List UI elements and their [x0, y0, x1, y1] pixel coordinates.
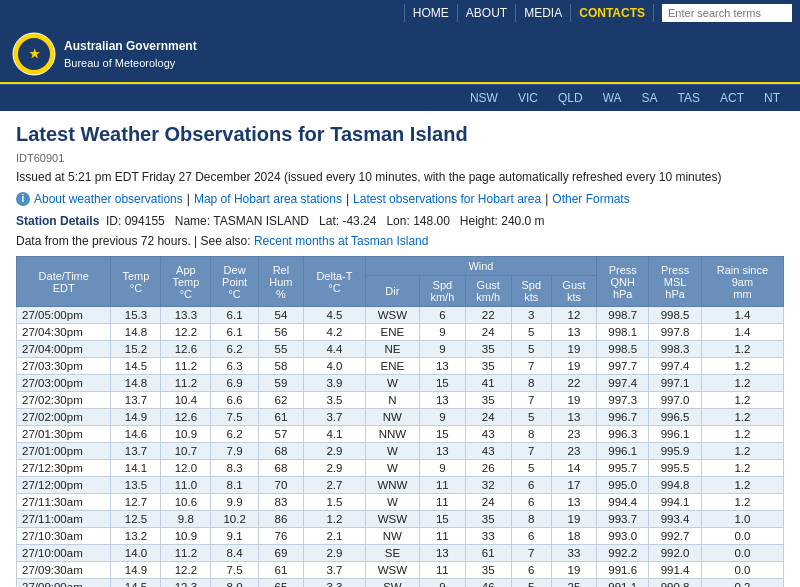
table-cell: 70: [258, 477, 303, 494]
table-cell: 994.8: [649, 477, 701, 494]
table-cell: 19: [551, 341, 596, 358]
table-cell: 6: [511, 528, 551, 545]
nav-media[interactable]: MEDIA: [516, 4, 571, 22]
table-row: 27/03:00pm14.811.26.9593.9W1541822997.49…: [17, 375, 784, 392]
nav-tas[interactable]: TAS: [670, 89, 708, 107]
table-cell: W: [365, 375, 419, 392]
table-cell: 10.2: [211, 511, 259, 528]
table-cell: 996.3: [597, 426, 649, 443]
table-cell: 8.4: [211, 545, 259, 562]
col-wind-group: Wind: [365, 257, 596, 276]
table-cell: 13.2: [111, 528, 161, 545]
table-row: 27/12:00pm13.511.08.1702.7WNW1132617995.…: [17, 477, 784, 494]
nav-home[interactable]: HOME: [404, 4, 458, 22]
table-cell: W: [365, 460, 419, 477]
table-cell: 19: [551, 562, 596, 579]
table-cell: 6.3: [211, 358, 259, 375]
nav-sa[interactable]: SA: [634, 89, 666, 107]
table-cell: 996.7: [597, 409, 649, 426]
nav-nt[interactable]: NT: [756, 89, 788, 107]
col-qnh: PressQNHhPa: [597, 257, 649, 307]
nav-act[interactable]: ACT: [712, 89, 752, 107]
nav-vic[interactable]: VIC: [510, 89, 546, 107]
col-dewpoint: DewPoint°C: [211, 257, 259, 307]
table-cell: 1.2: [701, 358, 783, 375]
col-apptemp: AppTemp°C: [161, 257, 211, 307]
top-nav: HOME ABOUT MEDIA CONTACTS: [0, 0, 800, 26]
table-cell: ENE: [365, 324, 419, 341]
table-cell: 1.2: [701, 375, 783, 392]
table-row: 27/02:30pm13.710.46.6623.5N1335719997.39…: [17, 392, 784, 409]
table-cell: 995.7: [597, 460, 649, 477]
table-cell: 3.5: [303, 392, 365, 409]
table-cell: 991.6: [597, 562, 649, 579]
nav-nsw[interactable]: NSW: [462, 89, 506, 107]
table-cell: 27/10:00am: [17, 545, 111, 562]
table-cell: 14.8: [111, 375, 161, 392]
col-datetime: Date/TimeEDT: [17, 257, 111, 307]
table-cell: N: [365, 392, 419, 409]
table-cell: 27/04:00pm: [17, 341, 111, 358]
table-row: 27/04:30pm14.812.26.1564.2ENE924513998.1…: [17, 324, 784, 341]
table-cell: 2.1: [303, 528, 365, 545]
latest-link[interactable]: Latest observations for Hobart area: [353, 192, 541, 206]
table-cell: 12.6: [161, 341, 211, 358]
table-cell: 1.5: [303, 494, 365, 511]
table-cell: WSW: [365, 511, 419, 528]
table-cell: 997.1: [649, 375, 701, 392]
table-cell: 998.1: [597, 324, 649, 341]
table-cell: 998.5: [649, 307, 701, 324]
col-wind-spd-kmh: Spdkm/h: [419, 276, 465, 307]
nav-wa[interactable]: WA: [595, 89, 630, 107]
table-cell: 27/12:30pm: [17, 460, 111, 477]
table-cell: 9: [419, 341, 465, 358]
about-link[interactable]: About weather observations: [34, 192, 183, 206]
nav-about[interactable]: ABOUT: [458, 4, 516, 22]
formats-link[interactable]: Other Formats: [552, 192, 629, 206]
table-cell: 997.3: [597, 392, 649, 409]
table-cell: 27/11:00am: [17, 511, 111, 528]
table-row: 27/04:00pm15.212.66.2554.4NE935519998.59…: [17, 341, 784, 358]
table-cell: 10.7: [161, 443, 211, 460]
sep2: |: [346, 192, 349, 206]
table-cell: 23: [551, 443, 596, 460]
table-cell: 13: [419, 358, 465, 375]
table-cell: 1.4: [701, 324, 783, 341]
table-cell: 14.9: [111, 562, 161, 579]
station-details-label: Station Details: [16, 214, 99, 228]
table-cell: 27/12:00pm: [17, 477, 111, 494]
table-row: 27/03:30pm14.511.26.3584.0ENE1335719997.…: [17, 358, 784, 375]
table-cell: W: [365, 494, 419, 511]
table-cell: 0.2: [701, 579, 783, 588]
nav-contacts[interactable]: CONTACTS: [571, 4, 654, 22]
issued-text: Issued at 5:21 pm EDT Friday 27 December…: [16, 170, 784, 184]
table-cell: 12.0: [161, 460, 211, 477]
table-cell: 11.2: [161, 375, 211, 392]
table-cell: 54: [258, 307, 303, 324]
search-input[interactable]: [662, 4, 792, 22]
table-cell: 59: [258, 375, 303, 392]
table-cell: 61: [258, 562, 303, 579]
recent-link[interactable]: Recent months at Tasman Island: [254, 234, 429, 248]
table-cell: 10.6: [161, 494, 211, 511]
table-cell: 35: [465, 341, 511, 358]
table-cell: 997.4: [649, 358, 701, 375]
station-lon: Lon: 148.00: [386, 214, 449, 228]
table-cell: 27/05:00pm: [17, 307, 111, 324]
station-lat: Lat: -43.24: [319, 214, 376, 228]
table-cell: 27/09:30am: [17, 562, 111, 579]
table-cell: 9: [419, 409, 465, 426]
table-cell: NNW: [365, 426, 419, 443]
table-cell: 55: [258, 341, 303, 358]
table-cell: 996.1: [597, 443, 649, 460]
table-cell: 5: [511, 324, 551, 341]
table-cell: 27/02:00pm: [17, 409, 111, 426]
table-cell: 0.0: [701, 528, 783, 545]
table-cell: 86: [258, 511, 303, 528]
table-cell: 998.5: [597, 341, 649, 358]
table-cell: 12.6: [161, 409, 211, 426]
table-cell: WSW: [365, 562, 419, 579]
table-cell: 3.7: [303, 562, 365, 579]
map-link[interactable]: Map of Hobart area stations: [194, 192, 342, 206]
nav-qld[interactable]: QLD: [550, 89, 591, 107]
